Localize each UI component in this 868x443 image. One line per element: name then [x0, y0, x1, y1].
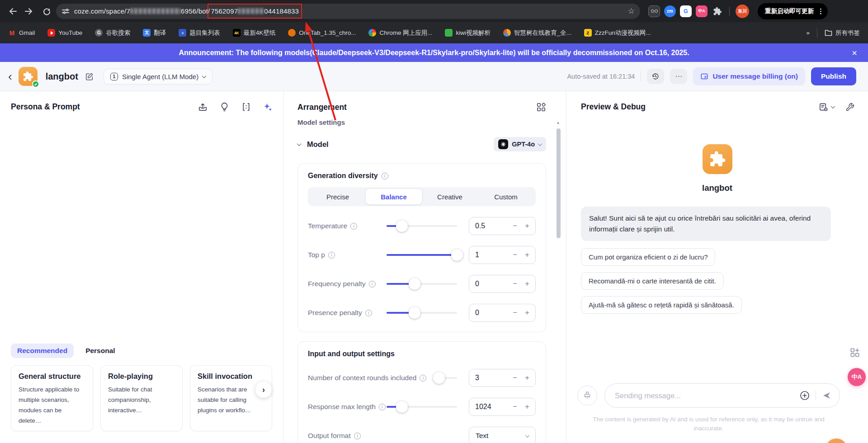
- bookmark-google-search[interactable]: G谷歌搜索: [95, 29, 130, 37]
- profile-avatar[interactable]: 东川: [736, 5, 749, 18]
- minus-icon[interactable]: −: [513, 308, 517, 317]
- version-history-button[interactable]: [647, 69, 664, 84]
- import-prompt-icon[interactable]: [198, 102, 208, 112]
- back-icon[interactable]: [5, 4, 20, 19]
- forward-icon[interactable]: [22, 4, 37, 19]
- minus-icon[interactable]: −: [513, 250, 517, 259]
- mode-creative[interactable]: Creative: [422, 189, 478, 204]
- top-p-slider[interactable]: [387, 254, 457, 256]
- suggestion-chip[interactable]: Recomandă-mi o carte interesantă de citi…: [581, 272, 724, 290]
- extension-goggles-icon[interactable]: [648, 5, 660, 17]
- presence-penalty-slider[interactable]: [387, 312, 457, 314]
- info-icon[interactable]: i: [328, 252, 335, 259]
- info-icon[interactable]: i: [382, 173, 388, 179]
- template-card-skill-invocation[interactable]: Skill invocation Scenarios that are suit…: [190, 365, 272, 431]
- slider-thumb[interactable]: [396, 220, 408, 232]
- user-message-billing-button[interactable]: User message billing (on): [693, 67, 805, 85]
- info-icon[interactable]: i: [365, 310, 372, 316]
- template-card-general-structure[interactable]: General structure Structure applicable t…: [11, 365, 93, 431]
- context-rounds-slider[interactable]: [439, 377, 457, 379]
- translate-fab[interactable]: 中A: [848, 368, 866, 386]
- bookmark-problem-list[interactable]: ≡题目集列表: [179, 29, 220, 37]
- quick-commands-icon[interactable]: [849, 347, 861, 358]
- suggestion-chip[interactable]: Cum pot organiza eficient o zi de lucru?: [581, 248, 715, 266]
- bookmark-gmail[interactable]: MGmail: [8, 29, 35, 37]
- response-max-length-slider[interactable]: [387, 406, 457, 408]
- back-to-list-icon[interactable]: ‹: [8, 71, 12, 82]
- browser-menu-icon[interactable]: ⋮: [817, 7, 824, 15]
- plus-icon[interactable]: +: [525, 308, 529, 317]
- bookmark-zzzfun[interactable]: ZZzzFun动漫视频网...: [584, 29, 651, 37]
- chrome-update-button[interactable]: 重新启动即可更新 ⋮: [758, 3, 828, 19]
- frequency-penalty-value[interactable]: 0: [475, 280, 505, 288]
- extension-zoom-icon[interactable]: zm: [664, 5, 676, 17]
- minus-icon[interactable]: −: [513, 402, 517, 411]
- output-format-select[interactable]: Text: [469, 427, 536, 443]
- prompt-editor-empty-area[interactable]: [0, 116, 283, 344]
- model-selector[interactable]: ✳ GPT-4o: [494, 137, 546, 151]
- send-icon[interactable]: [821, 390, 832, 401]
- frequency-penalty-slider[interactable]: [387, 283, 457, 285]
- temperature-slider[interactable]: [387, 225, 457, 227]
- plus-icon[interactable]: +: [525, 279, 529, 288]
- info-icon[interactable]: i: [379, 404, 386, 410]
- attach-plus-icon[interactable]: [799, 390, 810, 401]
- top-p-value[interactable]: 1: [475, 251, 505, 259]
- message-input[interactable]: [615, 391, 794, 400]
- scrollbar-thumb[interactable]: [557, 128, 561, 238]
- extensions-puzzle-icon[interactable]: [712, 5, 723, 17]
- bookmark-chrome-webstore[interactable]: Chrome 网上应用...: [368, 29, 432, 37]
- address-bar[interactable]: coze.com/space/76956/bot/756209704418483…: [56, 4, 640, 19]
- slider-thumb[interactable]: [396, 401, 408, 413]
- publish-button[interactable]: Publish: [811, 67, 856, 85]
- preview-target-selector[interactable]: [819, 102, 835, 112]
- layout-grid-icon[interactable]: [536, 102, 546, 112]
- mode-precise[interactable]: Precise: [310, 189, 366, 204]
- mode-custom[interactable]: Custom: [478, 189, 534, 204]
- bookmark-star-icon[interactable]: ☆: [628, 6, 635, 16]
- more-actions-button[interactable]: ···: [670, 69, 687, 84]
- all-bookmarks-button[interactable]: 所有书签: [825, 29, 860, 37]
- reload-icon[interactable]: [39, 4, 54, 19]
- scrollbar-up-arrow[interactable]: ▲: [556, 120, 560, 125]
- info-icon[interactable]: i: [420, 375, 426, 382]
- slider-thumb[interactable]: [451, 249, 463, 261]
- tab-recommended[interactable]: Recommended: [11, 344, 74, 358]
- temperature-value[interactable]: 0.5: [475, 222, 505, 230]
- info-icon[interactable]: i: [369, 281, 376, 287]
- bookmark-kiwi[interactable]: kiwi视频解析: [445, 29, 491, 37]
- slider-thumb[interactable]: [409, 278, 420, 290]
- extension-pinyin-icon[interactable]: 中A: [696, 5, 708, 17]
- slider-thumb[interactable]: [409, 307, 420, 319]
- ai-optimize-sparkle-icon[interactable]: [263, 102, 273, 112]
- bookmarks-overflow-icon[interactable]: »: [806, 29, 810, 36]
- bookmark-translate[interactable]: 文翻译: [143, 29, 166, 37]
- site-settings-icon[interactable]: [61, 7, 70, 15]
- plus-icon[interactable]: +: [525, 373, 529, 382]
- agent-mode-selector[interactable]: 1 Single Agent (LLM Mode): [104, 69, 212, 85]
- presence-penalty-value[interactable]: 0: [475, 309, 505, 317]
- debug-tools-icon[interactable]: [845, 103, 854, 112]
- clear-chat-icon[interactable]: [577, 386, 597, 405]
- bookmark-onetab[interactable]: OneTab_1.35_chro...: [288, 29, 356, 37]
- prompt-variables-icon[interactable]: [241, 102, 251, 112]
- floating-assistant-button[interactable]: [826, 438, 847, 443]
- template-card-role-playing[interactable]: Role-playing Suitable for chat companion…: [100, 365, 183, 431]
- suggestion-chip[interactable]: Ajută-mă să gătesc o rețetă rapidă și să…: [581, 296, 742, 314]
- cards-next-button[interactable]: ›: [255, 382, 272, 398]
- plus-icon[interactable]: +: [525, 250, 529, 259]
- bookmark-zhihuishu[interactable]: 智慧树在线教育_全...: [503, 29, 571, 37]
- info-icon[interactable]: i: [350, 223, 357, 230]
- slider-thumb[interactable]: [433, 372, 445, 384]
- minus-icon[interactable]: −: [513, 373, 517, 382]
- bookmark-youtube[interactable]: YouTube: [47, 29, 82, 37]
- response-max-length-value[interactable]: 1024: [475, 403, 505, 411]
- prompt-ideas-icon[interactable]: [220, 102, 229, 112]
- plus-icon[interactable]: +: [525, 222, 529, 231]
- extension-translate-icon[interactable]: G: [680, 5, 692, 17]
- banner-close-icon[interactable]: ×: [852, 47, 857, 58]
- context-rounds-value[interactable]: 3: [475, 374, 505, 382]
- plus-icon[interactable]: +: [525, 402, 529, 411]
- mode-balance[interactable]: Balance: [366, 189, 422, 204]
- edit-name-icon[interactable]: [85, 72, 94, 80]
